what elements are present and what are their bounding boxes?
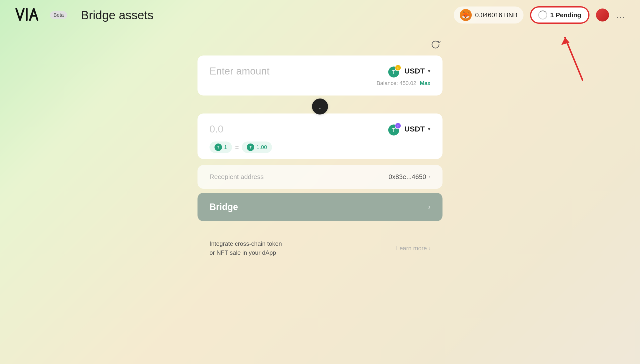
to-token-chevron-icon: ▾	[428, 126, 430, 132]
bridge-button[interactable]: Bridge ›	[198, 193, 442, 221]
rate-from-amount: 1	[224, 144, 227, 150]
from-card: Enter amount T B USDT ▾	[198, 56, 442, 96]
bnb-badge-icon: B	[396, 66, 400, 70]
via-logo-icon	[15, 6, 48, 24]
max-button[interactable]: Max	[420, 80, 430, 86]
logo: Beta	[15, 6, 67, 24]
rate-from-token: T 1	[210, 142, 232, 153]
refresh-button[interactable]	[428, 38, 442, 52]
svg-text:B: B	[398, 67, 399, 69]
header: Beta Bridge assets 🦊 0.046016 BNB 1 Pend…	[0, 0, 640, 30]
balance-row: Balance: 450.02 Max	[210, 80, 430, 86]
pending-button[interactable]: 1 Pending	[530, 7, 589, 23]
beta-badge: Beta	[50, 11, 67, 19]
learn-more-line2: or NFT sale in your dApp	[210, 248, 282, 257]
from-token-chevron-icon: ▾	[428, 68, 430, 74]
amount-input-placeholder[interactable]: Enter amount	[210, 66, 270, 77]
from-token-icon-wrap: T B	[388, 64, 401, 78]
bridge-button-chevron-icon: ›	[428, 203, 430, 211]
swap-direction-wrap: ↓	[198, 98, 442, 114]
learn-more-description: Integrate cross-chain token or NFT sale …	[210, 239, 282, 257]
page-title: Bridge assets	[81, 8, 154, 22]
swap-direction-button[interactable]: ↓	[312, 98, 328, 114]
recipient-address-value: 0x83e...4650	[388, 173, 426, 181]
from-token-name: USDT	[404, 67, 425, 75]
from-token-selector[interactable]: T B USDT ▾	[388, 64, 430, 78]
balance-label: Balance: 450.02	[376, 80, 416, 86]
to-token-badge-icon: P	[395, 122, 401, 129]
to-card: 0.0 T P USDT ▾	[198, 114, 442, 159]
rate-from-icon: T	[214, 144, 222, 151]
rate-equals-sign: =	[235, 144, 239, 151]
to-amount-row: 0.0 T P USDT ▾	[210, 122, 430, 136]
svg-text:P: P	[398, 125, 398, 127]
header-left: Beta Bridge assets	[15, 6, 154, 24]
fox-icon: 🦊	[460, 9, 472, 21]
refresh-icon	[430, 39, 441, 50]
bridge-container: Enter amount T B USDT ▾	[198, 38, 442, 265]
to-token-selector[interactable]: T P USDT ▾	[388, 122, 430, 136]
more-button[interactable]: ...	[616, 10, 625, 20]
recipient-card: Recepient address 0x83e...4650 ›	[198, 165, 442, 189]
recipient-address-button[interactable]: 0x83e...4650 ›	[388, 173, 430, 181]
to-token-name: USDT	[404, 125, 425, 133]
recipient-label: Recepient address	[210, 173, 264, 181]
header-right: 🦊 0.046016 BNB 1 Pending ...	[454, 6, 625, 24]
rate-row: T 1 = T 1.00	[210, 142, 430, 153]
amount-row: Enter amount T B USDT ▾	[210, 64, 430, 78]
learn-more-line1: Integrate cross-chain token	[210, 239, 282, 248]
from-token-badge-icon: B	[395, 64, 401, 71]
rate-to-icon: T	[247, 144, 254, 151]
main-content: Enter amount T B USDT ▾	[0, 30, 640, 265]
recipient-chevron-icon: ›	[429, 174, 430, 180]
to-amount-value: 0.0	[210, 124, 224, 135]
user-avatar[interactable]	[596, 8, 609, 22]
wallet-info[interactable]: 🦊 0.046016 BNB	[454, 6, 524, 24]
spinner-icon	[538, 10, 547, 20]
refresh-row	[198, 38, 442, 52]
polygon-badge-icon: P	[396, 124, 400, 128]
rate-to-amount: 1.00	[256, 144, 267, 150]
to-token-icon-wrap: T P	[388, 122, 401, 136]
bridge-button-label: Bridge	[210, 202, 238, 212]
learn-more-section: Integrate cross-chain token or NFT sale …	[198, 231, 442, 265]
pending-label: 1 Pending	[550, 11, 581, 19]
rate-to-token: T 1.00	[242, 142, 272, 153]
bnb-amount: 0.046016 BNB	[475, 11, 518, 19]
learn-more-link[interactable]: Learn more ›	[396, 245, 430, 252]
